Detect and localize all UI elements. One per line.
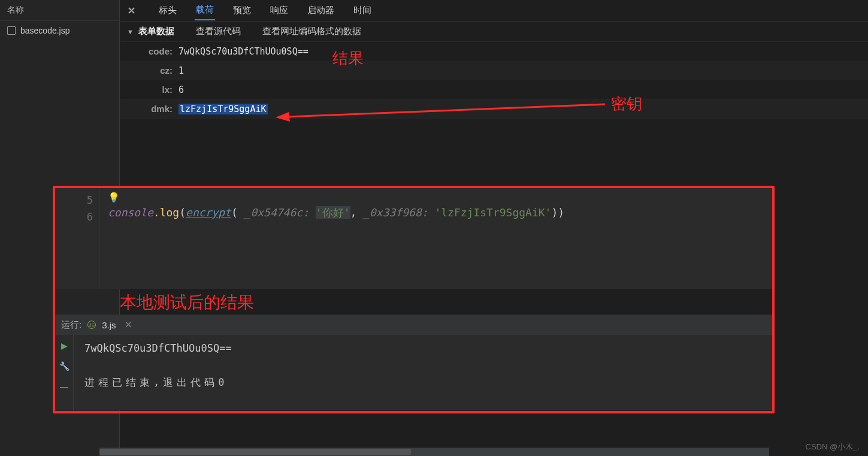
scrollbar-thumb[interactable] [99,449,411,455]
form-data-rows: code: 7wQkQSc70u3DfCThUOu0SQ== cz: 1 lx:… [120,42,868,119]
form-key: dmk: [141,104,173,114]
form-value-dmk[interactable]: lzFzjIsTr9SggAiK [179,104,268,114]
form-row-code: code: 7wQkQSc70u3DfCThUOu0SQ== [120,42,868,61]
line-number: 6 [55,209,93,225]
play-icon[interactable]: ▶ [61,341,68,351]
devtools-tabs: ✕ 标头 载荷 预览 响应 启动器 时间 [120,0,868,22]
token-paren: ( [179,206,186,219]
annotation-local-test: 本地测试后的结果 [120,291,254,314]
run-label: 运行: [61,319,81,331]
editor-horizontal-scrollbar[interactable] [99,448,769,456]
file-icon [7,26,16,35]
tab-headers[interactable]: 标头 [158,1,178,20]
code-editor[interactable]: 5 6 💡 console.log(encrypt( _0x54746c: '你… [55,188,772,289]
console-line: 7wQkQSc70u3DfCThUOu0SQ== [84,342,761,354]
close-icon[interactable]: ✕ [127,4,136,17]
form-data-section-header: ▼ 表单数据 查看源代码 查看网址编码格式的数据 [120,22,868,42]
lightbulb-icon[interactable]: 💡 [108,192,772,203]
string-arg1: '你好' [316,206,350,219]
form-key: lx: [141,84,173,95]
form-key: cz: [141,65,173,76]
token-log: .log [153,206,179,219]
minus-icon[interactable]: — [60,382,68,391]
run-tool-window-tabs: 运行: JS 3.js ✕ [55,315,772,335]
run-console: ▶ 🔧 — 7wQkQSc70u3DfCThUOu0SQ== 进程已结束,退出代… [55,335,772,410]
line-number: 5 [55,192,93,209]
form-value-code[interactable]: 7wQkQSc70u3DfCThUOu0SQ== [179,46,309,57]
token-encrypt: encrypt [186,206,231,219]
watermark: CSDN @小木_. [806,442,860,452]
string-arg2: 'lzFzjIsTr9SggAiK' [434,206,551,219]
tab-preview[interactable]: 预览 [232,1,252,20]
wrench-icon[interactable]: 🔧 [59,361,69,371]
editor-gutter: 5 6 [55,188,99,289]
disclosure-triangle-icon[interactable]: ▼ [127,28,134,35]
run-config-name[interactable]: 3.js [102,320,116,330]
form-key: code: [141,46,173,56]
token-comma: , [350,206,357,219]
form-row-dmk: dmk: lzFzjIsTr9SggAiK [120,99,868,119]
tab-payload[interactable]: 载荷 [195,1,215,20]
form-value-cz[interactable]: 1 [179,65,184,76]
token-console: console [108,206,153,219]
request-item-basecode[interactable]: basecode.jsp [0,21,119,40]
console-toolbar: ▶ 🔧 — [55,335,73,410]
inlay-hint: _0x54746c: [238,206,316,219]
token-paren: ( [231,206,238,219]
form-data-label: 表单数据 [138,26,174,36]
request-item-label: basecode.jsp [20,26,70,35]
form-row-lx: lx: 6 [120,80,868,99]
view-url-encoded-link[interactable]: 查看网址编码格式的数据 [262,26,361,37]
close-run-tab-icon[interactable]: ✕ [125,319,132,330]
sidebar-header-name: 名称 [0,0,119,21]
tab-timing[interactable]: 时间 [352,1,373,20]
token-close: )) [551,206,564,219]
annotation-key: 密钥 [611,93,642,114]
tab-initiator[interactable]: 启动器 [306,1,335,20]
console-output[interactable]: 7wQkQSc70u3DfCThUOu0SQ== 进程已结束,退出代码0 [73,335,772,410]
form-row-cz: cz: 1 [120,61,868,80]
console-exit-line: 进程已结束,退出代码0 [84,376,761,389]
annotation-result: 结果 [332,48,364,69]
inlay-hint: _0x33f968: [356,206,434,219]
view-source-link[interactable]: 查看源代码 [196,26,241,37]
nodejs-icon: JS [87,321,96,329]
code-line[interactable]: console.log(encrypt( _0x54746c: '你好', _0… [108,206,772,220]
code-body[interactable]: 💡 console.log(encrypt( _0x54746c: '你好', … [99,188,772,289]
tab-response[interactable]: 响应 [269,1,289,20]
form-value-lx[interactable]: 6 [179,84,184,95]
